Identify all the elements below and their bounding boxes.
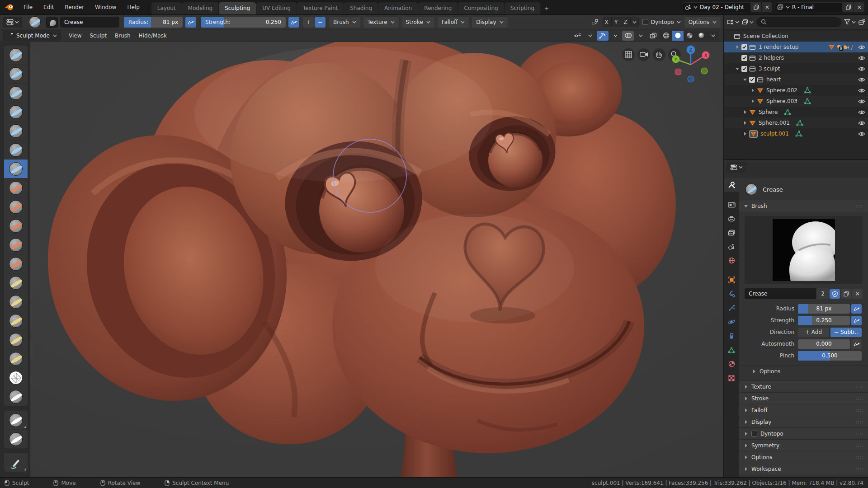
panel-drag-dots[interactable]: :::: — [856, 455, 863, 460]
outliner-display-mode-button[interactable] — [726, 19, 739, 25]
hide-in-viewport-eye-icon[interactable] — [858, 131, 865, 136]
panel-drag-dots[interactable]: :::: — [856, 419, 863, 424]
hide-in-viewport-eye-icon[interactable] — [858, 99, 865, 104]
menu-edit[interactable]: Edit — [38, 0, 59, 14]
overlays-button[interactable] — [622, 31, 634, 41]
scene-copy-button[interactable] — [750, 2, 761, 12]
tool-box-mask[interactable] — [4, 430, 28, 449]
panel-symmetry[interactable]: Symmetry:::: — [739, 439, 868, 451]
menu-help[interactable]: Help — [122, 0, 145, 14]
collection-checkbox[interactable] — [741, 66, 747, 72]
tool-clay[interactable] — [4, 65, 28, 84]
properties-tab-texture[interactable] — [724, 371, 739, 385]
brush-dropdown[interactable]: Brush — [329, 17, 360, 28]
expand-arrow-icon[interactable] — [743, 131, 747, 136]
properties-tab-modifiers[interactable] — [724, 287, 739, 301]
outliner-filter-button[interactable] — [844, 19, 856, 25]
properties-tab-object-data[interactable] — [724, 343, 739, 357]
xray-toggle-button[interactable] — [647, 31, 659, 41]
properties-tab-output[interactable] — [724, 211, 739, 225]
outliner-row-sculpt-001[interactable]: sculpt.001 — [724, 128, 868, 139]
orthographic-grid-button[interactable] — [622, 48, 635, 61]
brush-datablock-name[interactable]: Crease — [745, 288, 816, 299]
tool-scrape[interactable] — [4, 235, 28, 254]
panel-drag-dots[interactable]: :::: — [856, 408, 863, 413]
add-workspace-button[interactable]: + — [541, 2, 552, 14]
expand-arrow-icon[interactable] — [743, 121, 747, 125]
tool-fill[interactable] — [4, 216, 28, 235]
pan-hand-button[interactable] — [653, 48, 665, 61]
shading-wireframe-button[interactable] — [660, 31, 672, 41]
panel-stroke[interactable]: Stroke:::: — [739, 392, 868, 404]
outliner-row-sphere-002[interactable]: Sphere.002 — [724, 85, 868, 96]
panel-drag-dots[interactable]: :::: — [856, 431, 863, 436]
expand-arrow-icon[interactable] — [743, 77, 747, 82]
tab-scripting[interactable]: Scripting — [505, 2, 540, 14]
chevron-down-icon[interactable] — [584, 31, 596, 41]
menu-window[interactable]: Window — [90, 0, 122, 14]
collection-checkbox[interactable] — [741, 55, 747, 61]
gizmo-x-neg-axis[interactable] — [675, 69, 681, 75]
outliner-row-sphere-003[interactable]: Sphere.003 — [724, 96, 868, 107]
tool-rotate[interactable] — [4, 349, 28, 368]
tab-texture-paint[interactable]: Texture Paint — [297, 2, 344, 14]
tool-blob[interactable] — [4, 141, 28, 160]
tool-thumb[interactable] — [4, 311, 28, 330]
brush-preview[interactable] — [745, 216, 863, 284]
viewport-menu-brush[interactable]: Brush — [111, 29, 135, 42]
expand-arrow-icon[interactable] — [743, 110, 747, 114]
outliner-row-2-helpers[interactable]: 2 helpers — [724, 52, 868, 63]
tool-pinch[interactable] — [4, 254, 28, 273]
tool-nudge[interactable] — [4, 330, 28, 349]
properties-tab-view-layer[interactable] — [724, 225, 739, 239]
tool-inflate[interactable] — [4, 122, 28, 141]
brush-texture-slot[interactable] — [46, 17, 58, 28]
duplicate-brush-button[interactable] — [841, 289, 851, 299]
tool-crease[interactable] — [4, 160, 28, 178]
brush-options-subpanel[interactable]: Options — [739, 365, 868, 377]
outliner-row-heart[interactable]: heart — [724, 74, 868, 85]
outliner-row-scene-collection[interactable]: Scene Collection — [724, 31, 868, 42]
properties-tab-particles[interactable] — [724, 301, 739, 315]
panel-options[interactable]: Options:::: — [739, 451, 868, 463]
brush-users-count[interactable]: 2 — [817, 288, 829, 299]
outliner-row-sphere[interactable]: Sphere — [724, 107, 868, 117]
tool-flatten[interactable] — [4, 197, 28, 216]
hide-in-viewport-eye-icon[interactable] — [858, 66, 865, 71]
properties-tab-physics[interactable] — [724, 315, 739, 329]
tool-grab[interactable] — [4, 273, 28, 292]
menu-file[interactable]: File — [18, 0, 38, 14]
fake-user-shield-button[interactable] — [830, 289, 840, 299]
panel-drag-dots[interactable]: :::: — [856, 466, 863, 471]
outliner-row-sphere-001[interactable]: Sphere.001 — [724, 117, 868, 128]
gizmos-button[interactable] — [597, 31, 609, 41]
strength-slider[interactable]: Strength: 0.250 — [201, 17, 286, 28]
outliner-row-1-render-setup[interactable]: 1 render setup9ʃ — [724, 42, 868, 52]
new-collection-button[interactable] — [859, 19, 865, 25]
tab-layout[interactable]: Layout — [151, 2, 182, 14]
mirror-y-button[interactable]: Y — [612, 17, 621, 27]
hide-in-viewport-eye-icon[interactable] — [858, 121, 865, 126]
properties-tab-object[interactable] — [724, 273, 739, 287]
shading-solid-button[interactable] — [672, 31, 684, 41]
object-visibility-button[interactable] — [571, 31, 583, 41]
blender-logo[interactable] — [0, 0, 18, 14]
expand-arrow-icon[interactable] — [750, 99, 755, 103]
direction-add-button[interactable]: + Add — [798, 328, 829, 337]
tool-snake-hook[interactable] — [4, 292, 28, 311]
tab-animation[interactable]: Animation — [378, 2, 418, 14]
view-layer-close-button[interactable] — [854, 2, 864, 12]
gizmo-z-neg-axis[interactable] — [688, 76, 694, 82]
hide-in-viewport-eye-icon[interactable] — [858, 110, 865, 115]
direction-subtract-button[interactable]: − — [315, 17, 326, 28]
unlink-brush-button[interactable] — [852, 289, 863, 299]
viewport-menu-view[interactable]: View — [65, 29, 85, 42]
tool-smooth[interactable] — [4, 178, 28, 197]
autosmooth-slider[interactable]: 0.000 — [798, 339, 850, 349]
expand-arrow-icon[interactable] — [735, 45, 740, 49]
tool-annotate[interactable] — [4, 453, 28, 472]
mode-selector[interactable]: Sculpt Mode — [3, 30, 61, 41]
properties-tab-material[interactable] — [724, 357, 739, 371]
properties-tab-scene[interactable] — [724, 239, 739, 253]
texture-dropdown[interactable]: Texture — [363, 17, 399, 28]
